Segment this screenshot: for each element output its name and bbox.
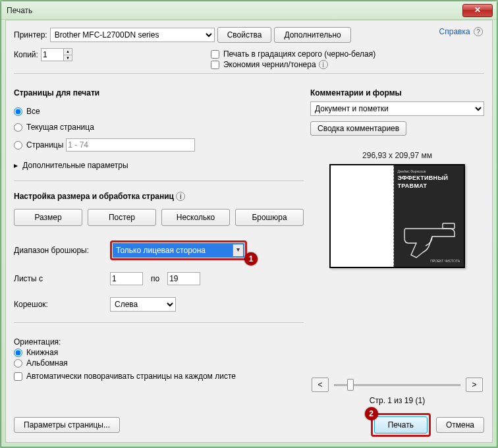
- preview-dimensions: 296,93 x 209,97 мм: [362, 151, 432, 160]
- grayscale-checkbox[interactable]: [211, 50, 219, 59]
- sheets-row: Листы с по: [14, 272, 304, 285]
- comments-summary-button[interactable]: Сводка комментариев: [310, 121, 406, 136]
- orientation-group: Ориентация: Книжная Альбомная Автоматиче…: [14, 337, 304, 382]
- printer-label: Принтер:: [14, 30, 47, 40]
- booklet-button[interactable]: Брошюра: [235, 209, 304, 226]
- separator: [14, 181, 304, 181]
- zoom-slider[interactable]: [334, 378, 460, 392]
- binding-row: Корешок: Слева: [14, 297, 304, 312]
- spin-down-icon[interactable]: ▼: [63, 55, 72, 61]
- more-params-toggle[interactable]: ▸ Дополнительные параметры: [14, 161, 304, 170]
- cover-subtitle: ПРОЕКТ ЧИСТОТА: [398, 259, 460, 263]
- preview-left-page: [331, 165, 394, 267]
- separator: [14, 322, 304, 323]
- preview-right-page: Джеймс Формозов ЭФФЕКТИВНЫЙ ТРАВМАТ: [394, 165, 464, 267]
- chevron-right-icon: ▸: [14, 161, 18, 170]
- landscape-label: Альбомная: [26, 358, 68, 368]
- pages-all-radio[interactable]: [14, 107, 22, 116]
- page-setup-button[interactable]: Параметры страницы...: [14, 417, 120, 433]
- bottom-bar: Параметры страницы... 2 Печать Отмена: [14, 410, 484, 437]
- binding-label: Корешок:: [14, 300, 106, 309]
- slider-thumb[interactable]: [347, 379, 354, 391]
- close-icon: ✕: [474, 5, 481, 14]
- preview-nav: < >: [310, 375, 484, 395]
- copies-spinner[interactable]: ▲ ▼: [41, 48, 72, 61]
- advanced-button[interactable]: Дополнительно: [274, 27, 350, 43]
- next-page-button[interactable]: >: [466, 378, 483, 392]
- copies-label: Копий:: [14, 50, 38, 59]
- page-preview: Джеймс Формозов ЭФФЕКТИВНЫЙ ТРАВМАТ: [329, 164, 465, 268]
- info-icon: i: [176, 192, 185, 201]
- properties-button[interactable]: Свойства: [217, 27, 272, 43]
- printer-select[interactable]: Brother MFC-L2700DN series: [50, 28, 215, 42]
- binding-select[interactable]: Слева: [110, 297, 176, 312]
- pages-range-input[interactable]: [66, 138, 195, 152]
- grayscale-label: Печать в градациях серого (черно-белая): [223, 49, 375, 59]
- callout-1: 1: [244, 252, 258, 266]
- chevron-down-icon: ▾: [233, 244, 243, 256]
- pages-range-radio[interactable]: [14, 141, 22, 150]
- page-indicator: Стр. 1 из 19 (1): [310, 396, 484, 405]
- separator: [14, 73, 484, 74]
- pages-current-radio[interactable]: [14, 123, 22, 132]
- copies-row: Копий: ▲ ▼: [14, 48, 72, 61]
- svg-rect-0: [443, 223, 455, 229]
- cover-author: Джеймс Формозов: [398, 169, 460, 173]
- orientation-title: Ориентация:: [14, 337, 304, 347]
- left-column: Страницы для печати Все Текущая страница…: [14, 86, 304, 405]
- pages-all-label: Все: [26, 107, 40, 116]
- sizing-title: Настройка размера и обработка страниц i: [14, 192, 304, 201]
- comments-select[interactable]: Документ и пометки: [310, 101, 484, 116]
- callout-box-1: Только лицевая сторона ▾: [110, 240, 247, 260]
- help-icon: ?: [474, 27, 483, 36]
- sheets-to-input[interactable]: [167, 272, 200, 285]
- titlebar: Печать ✕: [1, 1, 497, 20]
- cover-title-1: ЭФФЕКТИВНЫЙ: [398, 175, 460, 181]
- poster-button[interactable]: Постер: [88, 209, 156, 226]
- comments-title: Комментарии и формы: [310, 88, 484, 98]
- portrait-radio[interactable]: [14, 349, 22, 357]
- pages-title: Страницы для печати: [14, 88, 304, 98]
- help-link[interactable]: Справка ?: [439, 27, 483, 36]
- callout-box-2: 2 Печать: [371, 413, 431, 437]
- info-icon: i: [319, 60, 328, 69]
- dialog-body: Справка ? Принтер: Brother MFC-L2700DN s…: [5, 20, 493, 443]
- print-options: Печать в градациях серого (черно-белая) …: [211, 48, 375, 70]
- sheets-to-label: по: [151, 274, 159, 283]
- booklet-range-row: Диапазон брошюры: Только лицевая сторона…: [14, 240, 304, 260]
- pages-range-label: Страницы: [26, 140, 63, 150]
- pages-current-label: Текущая страница: [26, 123, 94, 132]
- right-column: Комментарии и формы Документ и пометки С…: [310, 86, 484, 405]
- print-button[interactable]: Печать: [374, 416, 428, 434]
- portrait-label: Книжная: [26, 348, 58, 357]
- window-title: Печать: [7, 6, 462, 15]
- cancel-button[interactable]: Отмена: [436, 417, 484, 433]
- autorotate-label: Автоматически поворачивать страницы на к…: [26, 372, 236, 381]
- gun-icon: [398, 189, 460, 259]
- cover-title-2: ТРАВМАТ: [398, 182, 460, 189]
- booklet-range-label: Диапазон брошюры:: [14, 246, 106, 255]
- printer-row: Принтер: Brother MFC-L2700DN series Свой…: [14, 27, 484, 43]
- main-columns: Страницы для печати Все Текущая страница…: [14, 86, 484, 405]
- sizing-buttons: Размер Постер Несколько Брошюра: [14, 209, 304, 226]
- close-button[interactable]: ✕: [462, 4, 493, 17]
- size-button[interactable]: Размер: [14, 209, 82, 226]
- callout-2: 2: [365, 407, 378, 420]
- spin-up-icon[interactable]: ▲: [63, 48, 72, 55]
- prev-page-button[interactable]: <: [312, 378, 329, 392]
- spinner-buttons[interactable]: ▲ ▼: [63, 48, 72, 61]
- multiple-button[interactable]: Несколько: [161, 209, 230, 226]
- print-dialog-window: Печать ✕ Справка ? Принтер: Brother MFC-…: [1, 1, 497, 447]
- ink-saver-checkbox[interactable]: [211, 61, 219, 69]
- booklet-range-select[interactable]: Только лицевая сторона ▾: [113, 243, 244, 258]
- sheets-label: Листы с: [14, 274, 106, 283]
- autorotate-checkbox[interactable]: [14, 372, 22, 381]
- preview-area: 296,93 x 209,97 мм Джеймс Формозов ЭФФЕК…: [310, 141, 484, 375]
- copies-input[interactable]: [41, 48, 63, 61]
- copies-options-row: Копий: ▲ ▼ Печать в градациях серого (че…: [14, 48, 484, 70]
- ink-saver-label: Экономия чернил/тонера: [223, 60, 316, 69]
- landscape-radio[interactable]: [14, 359, 22, 368]
- sheets-from-input[interactable]: [110, 272, 143, 285]
